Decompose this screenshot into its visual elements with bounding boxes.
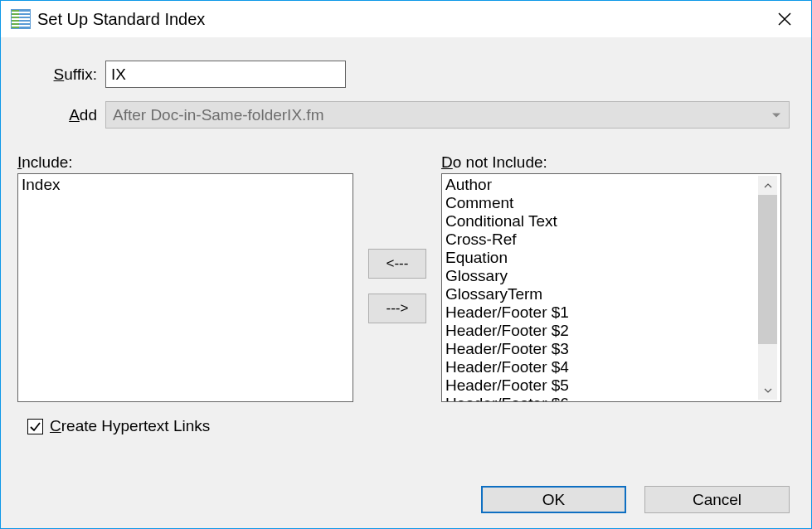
chevron-down-icon	[764, 386, 772, 395]
exclude-column: Do not Include: AuthorCommentConditional…	[441, 153, 781, 402]
list-item[interactable]: Header/Footer $1	[445, 303, 758, 322]
list-item[interactable]: Header/Footer $6	[445, 395, 758, 402]
window-title: Set Up Standard Index	[37, 10, 205, 29]
ok-button[interactable]: OK	[481, 486, 626, 513]
include-listbox[interactable]: Index	[17, 173, 353, 402]
add-row: Add After Doc-in-Same-folderIX.fm	[22, 101, 790, 129]
dialog-body: Suffix: Add After Doc-in-Same-folderIX.f…	[1, 37, 811, 528]
move-buttons: <--- --->	[353, 170, 441, 402]
list-item[interactable]: Cross-Ref	[445, 231, 758, 249]
exclude-label: Do not Include:	[441, 153, 781, 172]
include-label: Include:	[17, 153, 353, 172]
lists-section: Include: Index <--- ---> Do not Include:…	[17, 153, 790, 402]
add-label: Add	[22, 106, 105, 124]
action-buttons: OK Cancel	[481, 486, 790, 513]
list-item[interactable]: Index	[22, 176, 349, 194]
list-item[interactable]: Header/Footer $2	[445, 322, 758, 340]
list-item[interactable]: Glossary	[445, 267, 758, 285]
list-item[interactable]: Header/Footer $4	[445, 358, 758, 376]
checkmark-icon	[29, 420, 41, 433]
list-item[interactable]: Header/Footer $5	[445, 376, 758, 395]
include-column: Include: Index	[17, 153, 353, 402]
close-icon	[777, 12, 792, 27]
list-item[interactable]: Comment	[445, 194, 758, 212]
hypertext-label: Create Hypertext Links	[50, 417, 210, 435]
list-item[interactable]: Conditional Text	[445, 212, 758, 231]
suffix-row: Suffix:	[22, 61, 790, 88]
scroll-thumb[interactable]	[758, 195, 777, 344]
list-item[interactable]: Equation	[445, 249, 758, 267]
scrollbar[interactable]	[758, 176, 777, 400]
scroll-down-button[interactable]	[758, 381, 777, 400]
suffix-input[interactable]	[105, 61, 346, 88]
hypertext-checkbox[interactable]	[27, 419, 43, 434]
list-item[interactable]: Author	[445, 176, 758, 194]
add-dropdown-value: After Doc-in-Same-folderIX.fm	[113, 106, 323, 124]
list-item[interactable]: Header/Footer $3	[445, 340, 758, 358]
suffix-label: Suffix:	[22, 66, 105, 84]
close-button[interactable]	[768, 2, 801, 36]
hypertext-checkbox-row[interactable]: Create Hypertext Links	[27, 417, 790, 435]
move-left-button[interactable]: <---	[368, 249, 426, 279]
app-icon	[11, 9, 31, 29]
list-item[interactable]: GlossaryTerm	[445, 285, 758, 303]
chevron-up-icon	[764, 182, 772, 190]
move-right-button[interactable]: --->	[368, 294, 426, 323]
cancel-button[interactable]: Cancel	[644, 486, 790, 513]
scroll-up-button[interactable]	[758, 176, 777, 195]
exclude-listbox[interactable]: AuthorCommentConditional TextCross-RefEq…	[441, 173, 781, 402]
titlebar: Set Up Standard Index	[1, 1, 811, 37]
add-dropdown[interactable]: After Doc-in-Same-folderIX.fm	[105, 101, 790, 129]
chevron-down-icon	[772, 113, 780, 117]
